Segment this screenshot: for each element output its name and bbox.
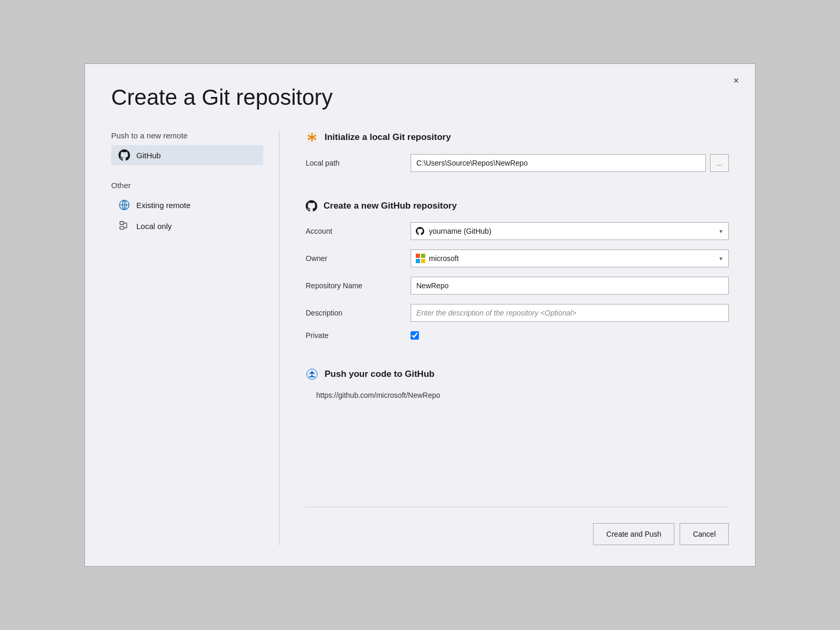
init-section-header: Initialize a local Git repository — [306, 131, 729, 144]
sidebar-item-local-only[interactable]: Local only — [111, 216, 263, 236]
other-section-label: Other — [111, 181, 263, 190]
local-path-input[interactable] — [411, 154, 706, 172]
private-control — [411, 331, 729, 340]
account-select[interactable]: yourname (GitHub) — [411, 222, 729, 240]
dialog-title: Create a Git repository — [111, 85, 729, 110]
account-row: Account yourname (GitHub) — [306, 222, 729, 240]
sidebar-other-section: Other Existing remote — [111, 181, 263, 236]
private-checkbox[interactable] — [411, 331, 419, 340]
repo-name-row: Repository Name — [306, 277, 729, 295]
push-section: Push your code to GitHub https://github.… — [306, 368, 729, 399]
dialog-body: Push to a new remote GitHub Other Exis — [111, 131, 729, 545]
local-path-row: Local path ... — [306, 154, 729, 172]
globe-icon — [119, 199, 130, 211]
footer: Create and Push Cancel — [306, 507, 729, 545]
push-section-title: Push your code to GitHub — [325, 369, 435, 379]
sidebar-divider — [279, 131, 279, 545]
sidebar-item-github[interactable]: GitHub — [111, 145, 263, 165]
github-section-title: Create a new GitHub repository — [324, 201, 457, 211]
account-label: Account — [306, 227, 411, 235]
init-section-title: Initialize a local Git repository — [325, 132, 451, 143]
owner-select[interactable]: microsoft — [411, 249, 729, 267]
close-button[interactable]: × — [729, 73, 744, 88]
repo-name-control — [411, 277, 729, 295]
private-checkbox-row — [411, 331, 419, 340]
account-control: yourname (GitHub) — [411, 222, 729, 240]
description-control — [411, 304, 729, 322]
svg-rect-4 — [120, 222, 124, 225]
account-select-wrapper: yourname (GitHub) — [411, 222, 729, 240]
owner-label: Owner — [306, 254, 411, 263]
local-only-icon — [119, 220, 130, 232]
local-path-control: ... — [411, 154, 729, 172]
push-section-label: Push to a new remote — [111, 131, 263, 140]
local-path-label: Local path — [306, 159, 411, 167]
repo-name-input[interactable] — [411, 277, 729, 295]
create-and-push-button[interactable]: Create and Push — [593, 523, 674, 545]
svg-rect-5 — [120, 226, 124, 230]
github-icon — [119, 149, 130, 161]
init-icon — [306, 131, 318, 144]
github-section-header: Create a new GitHub repository — [306, 200, 729, 212]
owner-row: Owner microsoft — [306, 249, 729, 267]
cancel-button[interactable]: Cancel — [680, 523, 729, 545]
sidebar-item-existing-remote[interactable]: Existing remote — [111, 195, 263, 215]
push-url: https://github.com/microsoft/NewRepo — [316, 391, 729, 399]
private-row: Private — [306, 331, 729, 340]
init-section: Initialize a local Git repository Local … — [306, 131, 729, 181]
browse-button[interactable]: ... — [710, 154, 729, 172]
private-label: Private — [306, 331, 411, 340]
description-input[interactable] — [411, 304, 729, 322]
owner-select-wrapper: microsoft — [411, 249, 729, 267]
description-label: Description — [306, 309, 411, 317]
local-only-label: Local only — [136, 222, 172, 231]
owner-control: microsoft — [411, 249, 729, 267]
repo-name-label: Repository Name — [306, 281, 411, 290]
sidebar: Push to a new remote GitHub Other Exis — [111, 131, 279, 545]
existing-remote-label: Existing remote — [136, 201, 190, 210]
github-section-icon — [306, 200, 317, 212]
main-content: Initialize a local Git repository Local … — [306, 131, 729, 545]
create-git-repo-dialog: × Create a Git repository Push to a new … — [84, 63, 756, 567]
push-icon — [306, 368, 318, 381]
push-section-header: Push your code to GitHub — [306, 368, 729, 381]
description-row: Description — [306, 304, 729, 322]
github-section: Create a new GitHub repository Account y… — [306, 200, 729, 349]
github-item-label: GitHub — [136, 151, 161, 160]
